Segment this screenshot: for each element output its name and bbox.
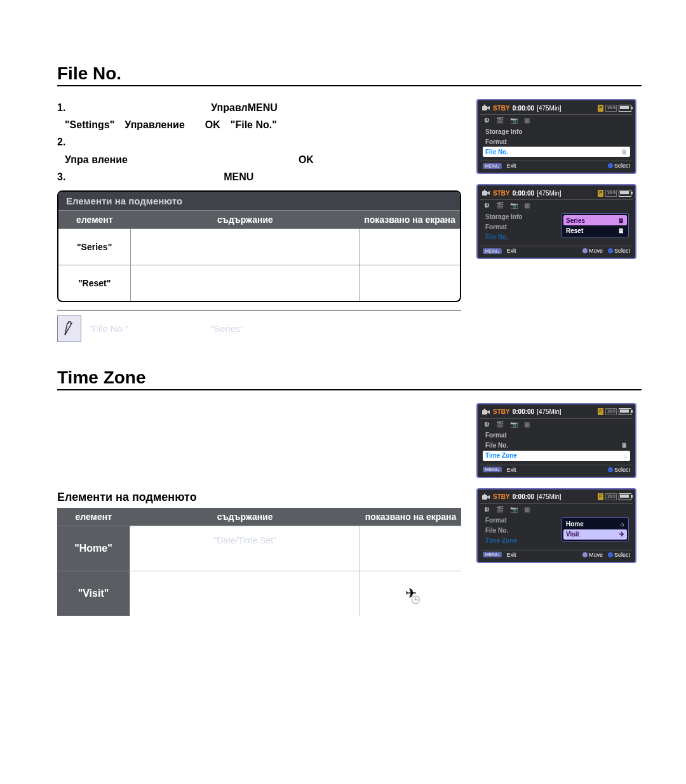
battery-icon bbox=[619, 408, 631, 415]
cam-row-format[interactable]: Format bbox=[483, 430, 630, 441]
cam-row-file-no[interactable]: File No.🗎 bbox=[483, 147, 630, 157]
film-icon[interactable]: 🎬 bbox=[496, 506, 504, 513]
note-file-no: "File No." bbox=[89, 323, 128, 334]
film-icon[interactable]: 🎬 bbox=[496, 117, 504, 124]
grid-icon[interactable]: ▦ bbox=[524, 421, 530, 428]
row-home-display bbox=[360, 526, 461, 571]
home-icon: ⌂ bbox=[621, 521, 624, 528]
row-reset: "Reset" bbox=[58, 265, 131, 301]
submenu-header-element: елемент bbox=[57, 508, 130, 526]
grid-icon[interactable]: ▦ bbox=[524, 202, 530, 209]
film-icon[interactable]: 🎬 bbox=[496, 202, 504, 209]
cam-header: STBY 0:00:00 [475Min] F 16:9 bbox=[480, 407, 633, 419]
svg-point-1 bbox=[484, 105, 486, 107]
cam-header: STBY 0:00:00 [475Min] F 16:9 bbox=[480, 492, 633, 504]
cam-tab-bar[interactable]: ⚙ 🎬 📷 ▦ bbox=[480, 419, 633, 429]
table-row: "Series" bbox=[58, 229, 460, 265]
footer-move[interactable]: Move bbox=[589, 248, 603, 254]
stby-label: STBY bbox=[493, 493, 510, 500]
gear-icon[interactable]: ⚙ bbox=[484, 117, 490, 124]
camera-icon[interactable]: 📷 bbox=[510, 202, 518, 209]
step-1-sub: "Settings" Управление OK "File No." bbox=[57, 116, 461, 133]
menu-badge[interactable]: MENU bbox=[483, 163, 502, 169]
ok-dot-icon[interactable] bbox=[608, 248, 613, 253]
camera-icon[interactable]: 📷 bbox=[510, 506, 518, 513]
row-home-sublabel: "Date/Time Set" bbox=[137, 535, 354, 545]
step-1-text-a: Управл bbox=[211, 102, 247, 113]
cam-sub-series[interactable]: Series🗎 bbox=[563, 215, 627, 225]
row-series-display bbox=[360, 229, 460, 265]
submenu-title: Елементи на подменюто bbox=[58, 192, 460, 210]
cam-row-file-no[interactable]: File No.🗎 bbox=[483, 441, 630, 451]
film-icon[interactable]: 🎬 bbox=[496, 421, 504, 428]
doc-icon: 🗎 bbox=[621, 442, 628, 449]
menu-badge[interactable]: MENU bbox=[483, 552, 502, 557]
grid-icon[interactable]: ▦ bbox=[524, 506, 530, 513]
svg-rect-2 bbox=[482, 191, 487, 196]
footer-exit[interactable]: Exit bbox=[507, 163, 516, 169]
camera-screen-1: STBY 0:00:00 [475Min] F 16:9 ⚙ 🎬 📷 bbox=[476, 99, 636, 174]
step-3-menu: MENU bbox=[224, 171, 253, 182]
gear-icon[interactable]: ⚙ bbox=[484, 506, 490, 513]
table-row: "Reset" bbox=[58, 265, 460, 301]
move-dot-icon[interactable] bbox=[582, 552, 588, 557]
cam-row-time-zone[interactable]: Time Zone⌂ bbox=[483, 451, 630, 461]
step-2-ok: OK bbox=[299, 154, 314, 165]
note-row: "File No." "Series" bbox=[57, 316, 461, 342]
cam-time: 0:00:00 bbox=[513, 190, 534, 197]
cam-tab-bar[interactable]: ⚙ 🎬 📷 ▦ bbox=[480, 115, 633, 125]
step-2-text: Упра вление bbox=[65, 154, 128, 165]
cam-row-storage-info[interactable]: Storage Info bbox=[483, 126, 630, 136]
footer-select[interactable]: Select bbox=[614, 163, 630, 169]
cam-row-format[interactable]: Format bbox=[483, 136, 630, 147]
footer-select[interactable]: Select bbox=[614, 467, 630, 473]
row-series: "Series" bbox=[58, 229, 131, 265]
ok-dot-icon[interactable] bbox=[608, 552, 613, 557]
badge-16-9-icon: 16:9 bbox=[605, 190, 617, 197]
gear-icon[interactable]: ⚙ bbox=[484, 202, 490, 209]
gear-icon[interactable]: ⚙ bbox=[484, 421, 490, 428]
stby-label: STBY bbox=[493, 190, 510, 197]
footer-select[interactable]: Select bbox=[614, 552, 630, 558]
cam-sub-visit[interactable]: Visit✈ bbox=[563, 529, 627, 540]
row-visit: "Visit" bbox=[57, 571, 130, 616]
svg-point-5 bbox=[484, 408, 486, 410]
camera-icon[interactable]: 📷 bbox=[510, 117, 518, 124]
submenu-table-time-zone: елемент съдържание показвано на екрана "… bbox=[57, 508, 461, 616]
svg-rect-4 bbox=[482, 410, 487, 415]
doc-icon: 🗎 bbox=[621, 149, 628, 156]
footer-exit[interactable]: Exit bbox=[507, 552, 516, 558]
cam-tab-bar[interactable]: ⚙ 🎬 📷 ▦ bbox=[480, 200, 633, 210]
camcorder-icon bbox=[481, 408, 490, 416]
row-visit-display: ✈🕒 bbox=[360, 571, 461, 616]
section-time-zone: Time Zone Елементи на подменюто елемент … bbox=[57, 368, 642, 616]
ok-dot-icon[interactable] bbox=[608, 467, 613, 472]
submenu-header-display: показвано на екрана bbox=[360, 210, 460, 229]
battery-icon bbox=[619, 493, 631, 500]
footer-move[interactable]: Move bbox=[589, 552, 603, 558]
ok-dot-icon[interactable] bbox=[608, 163, 613, 168]
menu-badge[interactable]: MENU bbox=[483, 467, 502, 472]
footer-exit[interactable]: Exit bbox=[507, 467, 516, 473]
svg-point-3 bbox=[484, 190, 486, 192]
grid-icon[interactable]: ▦ bbox=[524, 117, 530, 124]
cam-sub-home[interactable]: Home⌂ bbox=[563, 519, 627, 529]
section-title: File No. bbox=[57, 63, 642, 86]
stby-label: STBY bbox=[493, 408, 510, 415]
cam-submenu: Home⌂ Visit✈ bbox=[562, 517, 629, 541]
badge-f-icon: F bbox=[598, 493, 603, 500]
cam-header: STBY 0:00:00 [475Min] F 16:9 bbox=[480, 188, 633, 200]
cam-time: 0:00:00 bbox=[513, 493, 534, 500]
footer-exit[interactable]: Exit bbox=[507, 248, 516, 254]
svg-point-7 bbox=[484, 493, 486, 495]
move-dot-icon[interactable] bbox=[582, 248, 588, 253]
menu-badge[interactable]: MENU bbox=[483, 248, 502, 254]
badge-16-9-icon: 16:9 bbox=[605, 493, 617, 500]
camera-icon[interactable]: 📷 bbox=[510, 421, 518, 428]
camera-screen-3: STBY 0:00:00 [475Min] F 16:9 ⚙ 🎬 📷 bbox=[476, 403, 636, 478]
cam-time: 0:00:00 bbox=[513, 408, 534, 415]
cam-sub-reset[interactable]: Reset🗎 bbox=[563, 225, 627, 236]
submenu-title: Елементи на подменюто bbox=[57, 491, 461, 504]
footer-select[interactable]: Select bbox=[614, 248, 630, 254]
cam-tab-bar[interactable]: ⚙ 🎬 📷 ▦ bbox=[480, 504, 633, 514]
